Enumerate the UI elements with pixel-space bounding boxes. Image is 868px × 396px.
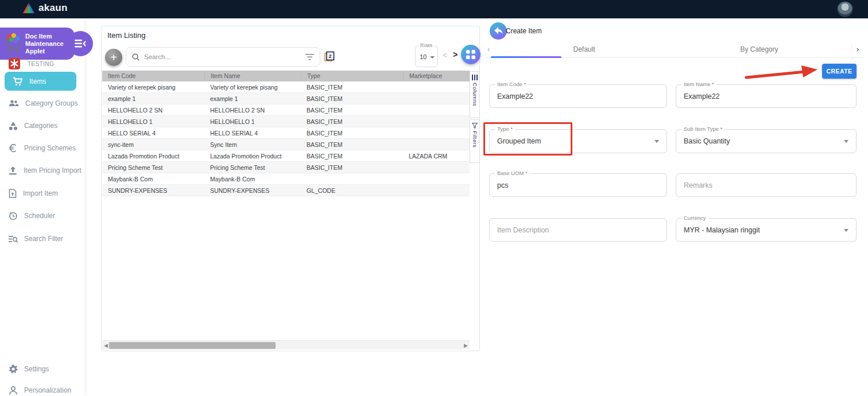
- table-row[interactable]: Variety of kerepek pisang Variety of ker…: [102, 81, 470, 93]
- sidebar-item-import-item[interactable]: Import Item: [0, 185, 84, 202]
- grid-icon: [466, 50, 475, 59]
- active-tab-indicator: [491, 56, 561, 58]
- side-tab-label: Columns: [472, 83, 478, 106]
- table-row[interactable]: Maybank-B Com Maybank-B Com: [102, 173, 470, 185]
- field-label: Type *: [495, 126, 515, 132]
- cell-type: BASIC_ITEM: [301, 107, 403, 114]
- sidebar-item-pricing-schemes[interactable]: Pricing Schemes: [0, 139, 84, 157]
- cell-item-code: example 1: [102, 95, 204, 102]
- sidebar: Doc Item Maintenance Applet TESTING Item…: [0, 18, 84, 396]
- field-placeholder: Remarks: [684, 181, 712, 189]
- create-item-panel: Create Item ‹ Default By Category › CREA…: [485, 18, 868, 396]
- filter-list-icon[interactable]: [305, 54, 314, 60]
- item-name-field[interactable]: Item Name * Example22: [676, 84, 857, 108]
- search-box[interactable]: [126, 47, 320, 67]
- tab-scroll-right-icon[interactable]: ›: [851, 45, 859, 53]
- cell-type: BASIC_ITEM: [301, 130, 403, 137]
- chevron-down-icon: [430, 56, 435, 59]
- cell-item-code: HELLO SERIAL 4: [102, 130, 204, 137]
- duplicate-layout-icon[interactable]: 2: [324, 51, 335, 62]
- panel-title: Create Item: [506, 27, 542, 35]
- filter-funnel-icon: [472, 123, 478, 129]
- chevron-down-icon: [844, 229, 848, 232]
- sidebar-item-label: Settings: [24, 365, 49, 373]
- sub-item-type-select[interactable]: Sub Item Type * Basic Quantity: [676, 129, 857, 153]
- gear-icon: [9, 364, 18, 374]
- cell-type: BASIC_ITEM: [301, 141, 403, 148]
- cell-item-code: Maybank-B Com: [102, 176, 204, 183]
- base-uom-field[interactable]: Base UOM * pcs: [489, 173, 667, 197]
- field-label: Item Name *: [681, 81, 716, 87]
- horizontal-scrollbar[interactable]: ◀ ▶: [102, 340, 470, 350]
- rows-per-page-select[interactable]: Rows 10: [415, 45, 438, 67]
- tab-by-category[interactable]: By Category: [672, 41, 847, 57]
- sidebar-item-label: Import Item: [23, 189, 58, 197]
- scroll-right-arrow[interactable]: ▶: [464, 343, 468, 348]
- column-header[interactable]: Item Code: [102, 72, 204, 80]
- cell-item-code: Lazada Promotion Product: [102, 153, 204, 160]
- table-row[interactable]: Pricing Scheme Test Pricing Scheme Test …: [102, 162, 470, 173]
- tab-scroll-left-icon[interactable]: ‹: [487, 45, 490, 53]
- table-row[interactable]: Lazada Promotion Product Lazada Promotio…: [102, 150, 470, 162]
- sidebar-item-categories[interactable]: Categories: [0, 117, 84, 134]
- table-row[interactable]: HELLO SERIAL 4 HELLO SERIAL 4 BASIC_ITEM: [102, 127, 470, 139]
- user-avatar[interactable]: [837, 1, 853, 17]
- item-description-field[interactable]: Item Description: [489, 218, 667, 242]
- currency-select[interactable]: Currency MYR - Malaysian ringgit: [676, 218, 857, 242]
- cell-type: BASIC_ITEM: [301, 95, 403, 102]
- columns-side-tab[interactable]: Columns: [470, 71, 480, 118]
- add-item-button[interactable]: +: [105, 49, 122, 66]
- item-code-field[interactable]: Item Code * Example22: [489, 84, 667, 108]
- table-row[interactable]: example 1 example 1 BASIC_ITEM: [102, 93, 470, 104]
- akaun-triangle-icon: [23, 3, 34, 13]
- sidebar-item-category-groups[interactable]: Category Groups: [0, 95, 84, 112]
- sidebar-item-label: Pricing Schemes: [24, 144, 76, 152]
- sidebar-item-scheduler[interactable]: Scheduler: [0, 207, 84, 224]
- cell-item-code: HELLOHELLO 1: [102, 118, 204, 125]
- sidebar-item-label: Items: [29, 77, 46, 86]
- scrollbar-thumb[interactable]: [109, 342, 276, 349]
- table-row[interactable]: HELLOHELLO 1 HELLOHELLO 1 BASIC_ITEM: [102, 116, 470, 127]
- field-value: Example22: [497, 92, 533, 100]
- listing-title: Item Listing: [107, 31, 145, 40]
- sidebar-item-item-pricing-import[interactable]: Item Pricing Import: [0, 162, 84, 179]
- next-page-button[interactable]: >: [453, 50, 458, 59]
- tab-bar: ‹ Default By Category ›: [485, 41, 864, 58]
- type-select[interactable]: Type * Grouped Item: [489, 129, 667, 153]
- back-button[interactable]: [490, 22, 507, 40]
- cell-item-name: Lazada Promotion Product: [204, 153, 301, 160]
- table-row[interactable]: HELLOHELLO 2 SN HELLOHELLO 2 SN BASIC_IT…: [102, 104, 470, 116]
- sidebar-item-items[interactable]: Items: [5, 72, 76, 91]
- sidebar-item-personalization[interactable]: Personalization: [0, 382, 84, 396]
- table-header-row: Item Code Item Name Type Marketplace: [102, 71, 470, 81]
- grid-view-button[interactable]: [461, 45, 480, 64]
- remarks-field[interactable]: Remarks: [676, 173, 857, 197]
- column-header[interactable]: Type: [301, 72, 403, 80]
- previous-page-button[interactable]: <: [443, 51, 447, 60]
- sidebar-item-label: Personalization: [24, 386, 71, 394]
- column-header[interactable]: Item Name: [204, 72, 301, 80]
- shapes-icon: [9, 122, 18, 130]
- cell-item-code: Pricing Scheme Test: [102, 164, 204, 171]
- scroll-left-arrow[interactable]: ◀: [104, 343, 108, 348]
- table-row[interactable]: SUNDRY-EXPENSES SUNDRY-EXPENSES GL_CODE: [102, 185, 470, 196]
- sidebar-module-testing[interactable]: TESTING: [0, 55, 84, 72]
- cell-type: BASIC_ITEM: [301, 164, 403, 171]
- table-row[interactable]: sync-item Sync Item BASIC_ITEM: [102, 139, 470, 150]
- column-header[interactable]: Marketplace: [403, 72, 470, 80]
- sidebar-collapse-button[interactable]: [68, 31, 93, 56]
- field-label: Currency: [681, 215, 708, 221]
- sidebar-item-label: Category Groups: [25, 99, 78, 107]
- tab-default[interactable]: Default: [497, 41, 672, 57]
- filters-side-tab[interactable]: Filters: [470, 119, 480, 163]
- cell-item-name: SUNDRY-EXPENSES: [204, 187, 301, 194]
- sidebar-item-search-filter[interactable]: Search Filter: [0, 230, 84, 247]
- rows-value: 10: [420, 53, 427, 60]
- sidebar-item-settings[interactable]: Settings: [0, 360, 84, 378]
- create-button[interactable]: CREATE: [822, 64, 857, 79]
- field-value: Example22: [684, 92, 720, 100]
- sidebar-item-label: Categories: [24, 122, 57, 130]
- search-input[interactable]: [144, 53, 301, 60]
- field-label: Base UOM *: [495, 170, 530, 176]
- cell-item-code: sync-item: [102, 141, 204, 148]
